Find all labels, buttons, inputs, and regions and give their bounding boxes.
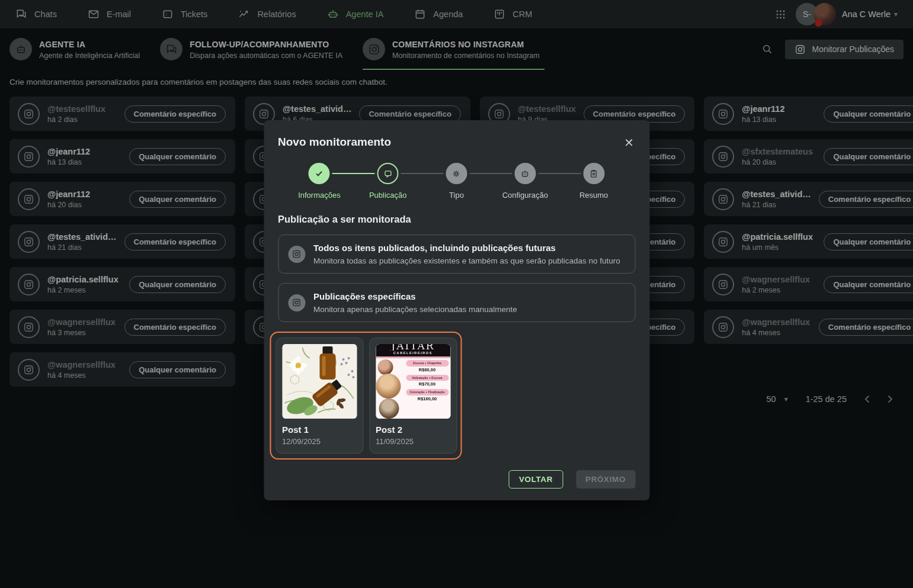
close-icon[interactable]: ✕	[623, 136, 635, 150]
step-configuracao[interactable]: Configuração	[491, 163, 559, 200]
instagram-icon	[288, 246, 305, 263]
service-name: Coloração + Finalização	[406, 389, 449, 396]
instagram-icon	[288, 294, 305, 311]
selected-posts-box: Post 1 12/09/2025 JAITAR CABELEIREIROS	[270, 332, 462, 460]
post-date: 12/09/2025	[282, 437, 357, 446]
step-informacoes[interactable]: Informações	[285, 163, 354, 200]
flyer-photo-circle	[379, 399, 399, 419]
step-tipo[interactable]: Tipo	[422, 163, 491, 200]
robot-icon	[514, 163, 536, 184]
option-all-publications[interactable]: Todos os itens publicados, incluindo pub…	[278, 234, 635, 274]
service-price: R$160,00	[406, 396, 449, 401]
service-name: Escova + Chapinha	[406, 360, 449, 367]
stepper: Informações Publicação Tipo Configuração…	[278, 163, 635, 200]
flyer-photo-circle	[377, 359, 393, 375]
section-title: Publicação a ser monitorada	[278, 214, 635, 225]
post-date: 11/09/2025	[376, 437, 450, 446]
clipboard-icon	[583, 163, 604, 184]
new-monitoring-modal: Novo monitoramento ✕ Informações Publica…	[264, 120, 649, 500]
post-2-image: JAITAR CABELEIREIROS Escova + Chapinha R…	[376, 344, 450, 419]
post-card-1[interactable]: Post 1 12/09/2025	[275, 338, 363, 454]
option-specific-publications[interactable]: Publicações específicas Monitora apenas …	[278, 283, 635, 322]
flyer-brand-text: JAITAR	[377, 344, 449, 351]
step-label: Publicação	[369, 191, 407, 200]
next-button[interactable]: PRÓXIMO	[576, 470, 635, 489]
post-card-2[interactable]: JAITAR CABELEIREIROS Escova + Chapinha R…	[369, 338, 457, 454]
speech-bubble-icon	[377, 163, 399, 184]
option-title: Publicações específicas	[313, 291, 416, 301]
option-description: Monitora apenas publicações selecionadas…	[313, 305, 517, 314]
step-label: Resumo	[579, 191, 608, 200]
step-label: Tipo	[449, 191, 464, 200]
post-title: Post 1	[282, 425, 357, 435]
service-price: R$70,00	[406, 381, 449, 387]
step-resumo[interactable]: Resumo	[559, 163, 628, 200]
option-description: Monitora todas as publicações existentes…	[313, 256, 620, 265]
check-icon	[309, 163, 330, 184]
service-name: Hidratação + Escova	[406, 375, 449, 381]
post-1-image	[282, 344, 357, 419]
gear-icon	[446, 163, 467, 184]
step-label: Configuração	[502, 191, 548, 200]
flyer-photo-circle	[376, 374, 401, 399]
modal-title: Novo monitoramento	[278, 136, 391, 149]
step-publicacao[interactable]: Publicação	[354, 163, 422, 200]
step-label: Informações	[298, 191, 341, 200]
option-title: Todos os itens publicados, incluindo pub…	[313, 243, 556, 253]
flyer-subtitle-text: CABELEIREIROS	[377, 351, 449, 355]
post-title: Post 2	[376, 425, 450, 435]
service-price: R$60,00	[406, 367, 449, 372]
back-button[interactable]: VOLTAR	[509, 470, 563, 489]
